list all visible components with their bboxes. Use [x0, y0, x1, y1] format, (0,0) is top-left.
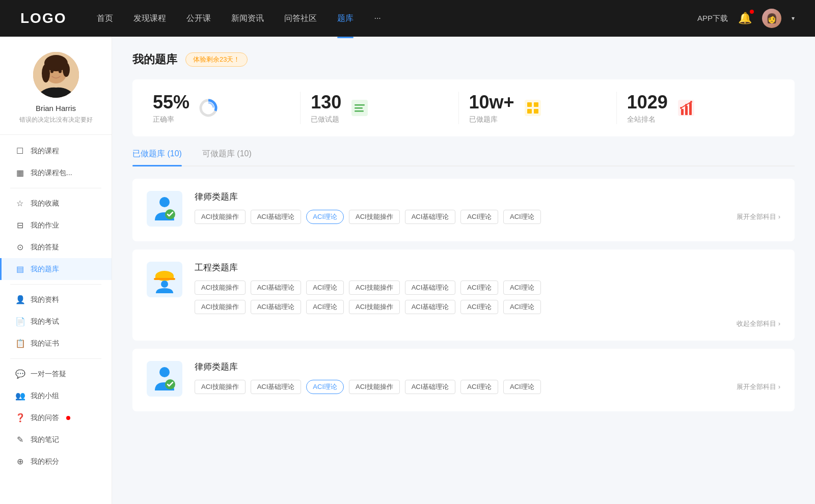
tag-1-4[interactable]: ACI基础理论 — [405, 210, 456, 224]
stat-value-questions: 130 已做试题 — [311, 92, 341, 124]
user-avatar-header[interactable]: 👩 — [762, 9, 781, 28]
trial-badge: 体验剩余23天！ — [185, 52, 248, 67]
rank-number: 1029 — [627, 92, 668, 113]
sidebar-item-cert[interactable]: 📋 我的证书 — [0, 332, 112, 354]
svg-rect-19 — [534, 109, 538, 114]
tag-2a-2[interactable]: ACI理论 — [306, 281, 344, 295]
tag-3-5[interactable]: ACI理论 — [460, 380, 498, 394]
nav-open-course[interactable]: 公开课 — [186, 11, 211, 26]
app-download-button[interactable]: APP下载 — [697, 14, 728, 23]
nav-qa[interactable]: 问答社区 — [284, 11, 317, 26]
tag-3-6[interactable]: ACI理论 — [503, 380, 541, 394]
notification-button[interactable]: 🔔 — [738, 12, 752, 25]
exam-icon: 📄 — [15, 317, 24, 326]
bank-icon: ▤ — [15, 264, 24, 274]
svg-point-24 — [680, 107, 682, 109]
sidebar-item-favorite[interactable]: ☆ 我的收藏 — [0, 192, 112, 214]
tag-1-0[interactable]: ACI技能操作 — [195, 210, 246, 224]
svg-rect-12 — [355, 104, 365, 106]
sidebar-item-label: 我的题库 — [31, 265, 59, 274]
sidebar-item-label: 我的证书 — [31, 339, 59, 348]
tag-3-0[interactable]: ACI技能操作 — [195, 380, 246, 394]
tag-1-1[interactable]: ACI基础理论 — [251, 210, 302, 224]
nav-news[interactable]: 新闻资讯 — [231, 11, 264, 26]
svg-point-10 — [203, 103, 213, 113]
tag-2a-4[interactable]: ACI基础理论 — [405, 281, 456, 295]
tag-1-3[interactable]: ACI技能操作 — [349, 210, 400, 224]
sidebar-item-profile[interactable]: 👤 我的资料 — [0, 289, 112, 311]
tag-2b-0[interactable]: ACI技能操作 — [195, 300, 246, 314]
sidebar-item-group[interactable]: 👥 我的小组 — [0, 385, 112, 407]
tag-3-4[interactable]: ACI基础理论 — [405, 380, 456, 394]
sidebar-item-myqa[interactable]: ❓ 我的问答 — [0, 407, 112, 429]
cert-icon: 📋 — [15, 339, 24, 348]
tag-1-5[interactable]: ACI理论 — [460, 210, 498, 224]
sidebar: Brian Harris 错误的决定比没有决定要好 ☐ 我的课程 ▦ 我的课程包… — [0, 37, 112, 504]
tag-2a-5[interactable]: ACI理论 — [460, 281, 498, 295]
tag-3-1[interactable]: ACI基础理论 — [251, 380, 302, 394]
svg-point-7 — [59, 70, 62, 73]
expand-button-1[interactable]: 展开全部科目 › — [737, 212, 780, 221]
svg-rect-23 — [689, 103, 692, 115]
tag-2b-4[interactable]: ACI基础理论 — [405, 300, 456, 314]
avatar — [33, 52, 79, 98]
sidebar-item-note[interactable]: ✎ 我的笔记 — [0, 429, 112, 451]
nav-discover[interactable]: 发现课程 — [133, 11, 166, 26]
stats-bar: 55% 正确率 130 已做试题 — [132, 79, 795, 136]
sidebar-item-bank[interactable]: ▤ 我的题库 — [0, 258, 112, 280]
tag-2a-1[interactable]: ACI基础理论 — [251, 281, 302, 295]
sidebar-item-qa[interactable]: ⊙ 我的答疑 — [0, 236, 112, 258]
bank-title-1: 律师类题库 — [195, 191, 780, 203]
svg-rect-31 — [154, 278, 175, 280]
user-motto: 错误的决定比没有决定要好 — [9, 116, 103, 124]
svg-point-26 — [690, 101, 692, 103]
tab-done-banks[interactable]: 已做题库 (10) — [132, 149, 182, 165]
tag-2b-6[interactable]: ACI理论 — [503, 300, 541, 314]
bank-card-content-1: 律师类题库 ACI技能操作 ACI基础理论 ACI理论 ACI技能操作 ACI基… — [195, 191, 780, 229]
sidebar-item-points[interactable]: ⊕ 我的积分 — [0, 451, 112, 472]
svg-rect-14 — [355, 110, 364, 112]
bank-title-3: 律师类题库 — [195, 361, 780, 373]
tag-2b-5[interactable]: ACI理论 — [460, 300, 498, 314]
sidebar-item-exam[interactable]: 📄 我的考试 — [0, 311, 112, 332]
expand-button-3[interactable]: 展开全部科目 › — [737, 382, 780, 391]
tag-1-2[interactable]: ACI理论 — [306, 210, 344, 224]
tag-2a-0[interactable]: ACI技能操作 — [195, 281, 246, 295]
questions-label: 已做试题 — [311, 115, 341, 124]
tags-row-2b: ACI技能操作 ACI基础理论 ACI理论 ACI技能操作 ACI基础理论 AC… — [195, 300, 780, 314]
star-icon: ☆ — [15, 199, 24, 208]
package-icon: ▦ — [15, 168, 24, 178]
engineer-icon — [151, 266, 178, 293]
collapse-button[interactable]: 收起全部科目 › — [195, 319, 780, 328]
stat-accuracy: 55% 正确率 — [153, 92, 301, 124]
nav-home[interactable]: 首页 — [97, 11, 113, 26]
user-dropdown-arrow[interactable]: ▾ — [792, 15, 795, 22]
accuracy-number: 55% — [153, 92, 189, 113]
nav-more[interactable]: ··· — [374, 12, 381, 25]
tags-row-1: ACI技能操作 ACI基础理论 ACI理论 ACI技能操作 ACI基础理论 AC… — [195, 210, 780, 224]
rank-icon — [676, 98, 696, 118]
svg-point-25 — [685, 104, 687, 106]
sidebar-item-homework[interactable]: ⊟ 我的作业 — [0, 214, 112, 236]
divider-2 — [10, 284, 101, 285]
sidebar-item-oneone[interactable]: 💬 一对一答疑 — [0, 363, 112, 385]
bank-card-icon — [147, 191, 182, 227]
tag-3-2[interactable]: ACI理论 — [306, 380, 344, 394]
tag-2b-1[interactable]: ACI基础理论 — [251, 300, 302, 314]
tag-2b-3[interactable]: ACI技能操作 — [349, 300, 400, 314]
tag-2b-2[interactable]: ACI理论 — [306, 300, 344, 314]
sidebar-nav: ☐ 我的课程 ▦ 我的课程包... ☆ 我的收藏 ⊟ 我的作业 ⊙ 我的答疑 ▤ — [0, 135, 112, 472]
sidebar-item-course[interactable]: ☐ 我的课程 — [0, 140, 112, 162]
stat-value-accuracy: 55% 正确率 — [153, 92, 189, 124]
bank-card-engineer: 工程类题库 ACI技能操作 ACI基础理论 ACI理论 ACI技能操作 ACI基… — [132, 249, 795, 341]
qa-icon: ⊙ — [15, 242, 24, 252]
sidebar-item-package[interactable]: ▦ 我的课程包... — [0, 162, 112, 184]
tag-2a-3[interactable]: ACI技能操作 — [349, 281, 400, 295]
course-icon: ☐ — [15, 146, 24, 156]
tag-1-6[interactable]: ACI理论 — [503, 210, 541, 224]
tab-available-banks[interactable]: 可做题库 (10) — [202, 149, 252, 165]
nav-bank[interactable]: 题库 — [337, 11, 354, 26]
tag-3-3[interactable]: ACI技能操作 — [349, 380, 400, 394]
logo[interactable]: LOGO — [20, 10, 66, 26]
tag-2a-6[interactable]: ACI理论 — [503, 281, 541, 295]
